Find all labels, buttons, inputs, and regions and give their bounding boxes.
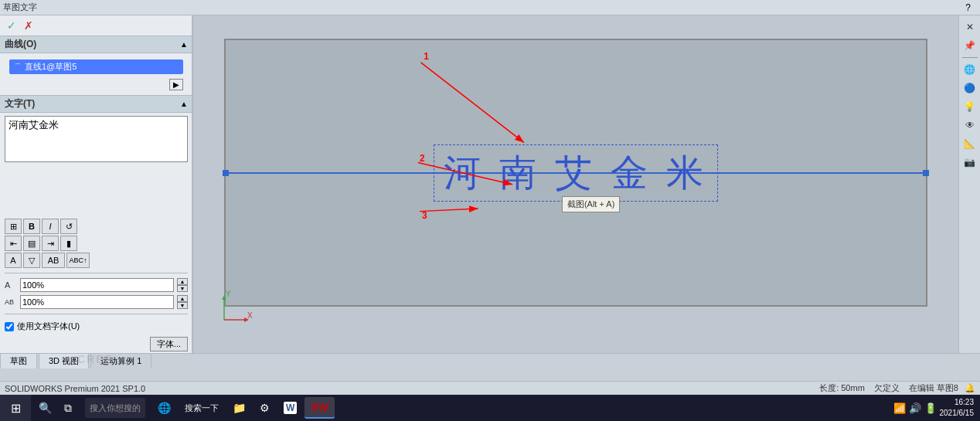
files-icon: 📁 bbox=[233, 402, 246, 414]
font-label: 使用文档字体(U) bbox=[17, 321, 80, 332]
cancel-button[interactable]: ✗ bbox=[22, 19, 36, 32]
size-down-1[interactable]: ▼ bbox=[177, 285, 188, 292]
help-icon[interactable]: ? bbox=[965, 2, 971, 13]
curve-item[interactable]: ⌒ 直线1@草图5 bbox=[9, 59, 183, 74]
tray-battery[interactable]: 🔋 bbox=[924, 402, 937, 414]
start-button[interactable]: ⊞ bbox=[0, 395, 31, 421]
handle-left[interactable] bbox=[223, 170, 229, 176]
bottom-tabs: 草图 3D 视图 运动算例 1 bbox=[0, 353, 980, 368]
curve-collapse-btn[interactable]: ▲ bbox=[180, 40, 188, 49]
taskbar-app-next[interactable]: 搜索一下 bbox=[179, 397, 225, 419]
font-checkbox[interactable] bbox=[5, 322, 14, 331]
taskbar-app-word[interactable]: W bbox=[277, 397, 303, 419]
main-canvas: 河 南 艾 金 米 截图(Alt + A) Y X bbox=[193, 15, 958, 353]
text-input[interactable]: 河南艾金米 bbox=[5, 116, 188, 162]
rt-close-btn[interactable]: ✕ bbox=[961, 19, 978, 36]
svg-text:Y: Y bbox=[226, 290, 231, 298]
rt-divider bbox=[962, 57, 978, 58]
handle-right[interactable] bbox=[923, 170, 929, 176]
taskbar: ⊞ 🔍 ⧉ 搜入你想搜的 🌐 搜索一下 📁 ⚙ W SW 📶 🔊 🔋 1 bbox=[0, 395, 980, 421]
status-length: 长度: 50mm bbox=[819, 382, 865, 394]
table-btn[interactable]: ⊞ bbox=[5, 219, 22, 234]
format-toolbar: ⊞ B I ↺ ⇤ ▤ ⇥ ▮ A ▽ AB ABC↑ bbox=[0, 217, 192, 270]
search-text: 搜入你想搜的 bbox=[90, 402, 141, 414]
text-area-container: 河南艾金米 bbox=[0, 113, 192, 217]
align-left-btn[interactable]: ⇤ bbox=[5, 236, 22, 251]
curve-item-icon: ⌒ bbox=[14, 62, 22, 73]
panel-actions: ✓ ✗ bbox=[0, 15, 192, 36]
text-abc-btn[interactable]: ABC↑ bbox=[66, 253, 90, 268]
curve-label: 曲线(O) bbox=[5, 38, 36, 51]
curve-arrow-container: ▶ bbox=[5, 77, 188, 92]
align-right-btn[interactable]: ⇥ bbox=[42, 236, 59, 251]
task-view-icon[interactable]: ⧉ bbox=[57, 397, 79, 419]
tab-3d[interactable]: 3D 视图 bbox=[39, 353, 89, 368]
font-button[interactable]: 字体... bbox=[150, 337, 188, 351]
taskbar-system-icons: 🔍 ⧉ bbox=[31, 397, 82, 419]
text-ab-btn[interactable]: AB bbox=[42, 253, 65, 268]
status-icon: 🔔 bbox=[965, 383, 975, 393]
rt-section-btn[interactable]: 📐 bbox=[961, 135, 978, 152]
search-taskbar-icon[interactable]: 🔍 bbox=[34, 397, 56, 419]
rt-scene-btn[interactable]: 🔵 bbox=[961, 80, 978, 97]
format-row-3: A ▽ AB ABC↑ bbox=[5, 253, 188, 268]
align-justify-btn[interactable]: ▮ bbox=[60, 236, 77, 251]
taskbar-app-settings[interactable]: ⚙ bbox=[254, 397, 276, 419]
font-checkbox-row: 使用文档字体(U) bbox=[0, 317, 192, 335]
bold-btn[interactable]: B bbox=[23, 219, 40, 234]
align-center-btn[interactable]: ▤ bbox=[23, 236, 40, 251]
curve-section-header: 曲线(O) ▲ bbox=[0, 36, 192, 53]
size-input-2[interactable] bbox=[20, 295, 174, 309]
drawing-area[interactable]: 河 南 艾 金 米 截图(Alt + A) bbox=[224, 39, 927, 307]
rt-display-btn[interactable]: 💡 bbox=[961, 98, 978, 115]
status-bar: SOLIDWORKS Premium 2021 SP1.0 长度: 50mm 欠… bbox=[0, 381, 980, 395]
size-icon-1: A bbox=[5, 280, 17, 290]
font-btn-row: 字体... bbox=[0, 335, 192, 353]
curve-arrow-btn[interactable]: ▶ bbox=[169, 79, 183, 90]
tray-volume[interactable]: 🔊 bbox=[909, 402, 921, 414]
taskbar-app-edge[interactable]: 🌐 bbox=[151, 397, 177, 419]
text-label: 文字(T) bbox=[5, 97, 35, 110]
curve-item-container: ⌒ 直线1@草图5 ▶ bbox=[0, 53, 192, 95]
sw-version: SOLIDWORKS Premium 2021 SP1.0 bbox=[5, 384, 145, 393]
svg-text:X: X bbox=[247, 311, 253, 320]
italic-btn[interactable]: I bbox=[42, 219, 59, 234]
text-a-btn[interactable]: A bbox=[5, 253, 22, 268]
tray-network[interactable]: 📶 bbox=[893, 402, 906, 414]
divider-2 bbox=[5, 314, 188, 314]
coord-axis: Y X bbox=[209, 289, 255, 338]
rotate-btn[interactable]: ↺ bbox=[60, 219, 77, 234]
format-row-1: ⊞ B I ↺ bbox=[5, 219, 188, 234]
settings-icon: ⚙ bbox=[260, 402, 270, 414]
taskbar-app-files[interactable]: 📁 bbox=[226, 397, 252, 419]
size-input-1[interactable] bbox=[20, 278, 174, 292]
search-box[interactable]: 搜入你想搜的 bbox=[85, 398, 145, 418]
text-v-btn[interactable]: ▽ bbox=[23, 253, 40, 268]
size-down-2[interactable]: ▼ bbox=[177, 302, 188, 309]
text-collapse-btn[interactable]: ▲ bbox=[180, 100, 188, 108]
left-panel: ✓ ✗ 曲线(O) ▲ ⌒ 直线1@草图5 ▶ 文字(T) ▲ 河南艾金米 bbox=[0, 15, 193, 353]
size-up-2[interactable]: ▲ bbox=[177, 295, 188, 302]
word-icon: W bbox=[284, 402, 297, 414]
rt-pin-btn[interactable]: 📌 bbox=[961, 37, 978, 54]
sw-icon: SW bbox=[311, 401, 328, 413]
size-row-2: AB ▲ ▼ bbox=[0, 294, 192, 311]
confirm-button[interactable]: ✓ bbox=[5, 19, 19, 32]
status-definition: 欠定义 bbox=[874, 382, 900, 394]
size-up-1[interactable]: ▲ bbox=[177, 278, 188, 285]
canvas-text: 河 南 艾 金 米 bbox=[434, 144, 718, 202]
next-label: 搜索一下 bbox=[185, 402, 219, 414]
title-bar: 草图文字 ? bbox=[0, 0, 980, 15]
tray-clock[interactable]: 16:23 2021/6/15 bbox=[940, 397, 975, 419]
format-row-2: ⇤ ▤ ⇥ ▮ bbox=[5, 236, 188, 251]
tab-motion[interactable]: 运动算例 1 bbox=[90, 353, 151, 368]
tab-sketch[interactable]: 草图 bbox=[0, 353, 37, 368]
taskbar-tray: 📶 🔊 🔋 16:23 2021/6/15 bbox=[887, 397, 981, 419]
rt-view-btn[interactable]: 🌐 bbox=[961, 61, 978, 78]
divider-1 bbox=[5, 273, 188, 273]
status-editing: 在编辑 草图8 bbox=[909, 382, 958, 394]
rt-hide-btn[interactable]: 👁 bbox=[961, 117, 978, 134]
taskbar-app-sw[interactable]: SW bbox=[305, 397, 335, 419]
rt-cam-btn[interactable]: 📷 bbox=[961, 154, 978, 171]
tooltip-label: 截图(Alt + A) bbox=[562, 196, 620, 212]
